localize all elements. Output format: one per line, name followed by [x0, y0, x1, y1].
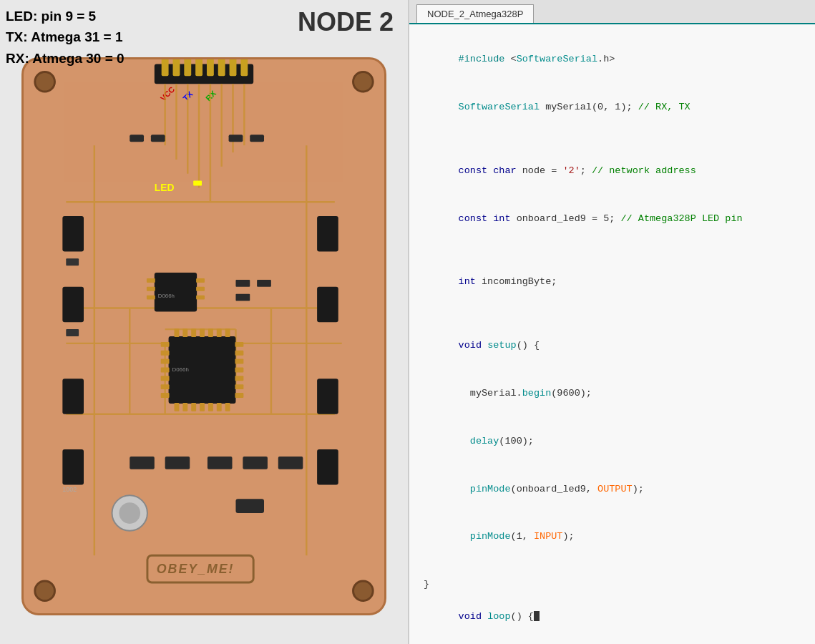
node-title: NODE 2 [298, 7, 394, 37]
code-line-11: delay(100); [424, 418, 801, 466]
svg-rect-7 [230, 59, 237, 76]
code-line-14 [424, 561, 801, 577]
svg-rect-0 [155, 64, 253, 84]
code-line-16: void loop() { [424, 592, 801, 640]
svg-rect-5 [207, 59, 214, 76]
code-line-8 [424, 306, 801, 322]
right-panel: NODE_2_Atmega328P #include <SoftwareSeri… [408, 0, 815, 644]
svg-rect-63 [235, 359, 243, 364]
svg-point-15 [353, 581, 374, 601]
svg-rect-88 [196, 296, 205, 300]
svg-rect-57 [161, 367, 170, 372]
svg-rect-67 [235, 393, 243, 398]
code-line-5: const int onboard_led9 = 5; // Atmega328… [424, 195, 801, 243]
svg-rect-83 [147, 278, 155, 283]
code-line-1: #include <SoftwareSerial.h> [424, 36, 801, 84]
code-line-9: void setup() { [424, 322, 801, 370]
svg-rect-93 [165, 457, 190, 469]
svg-text:LED: LED [155, 182, 175, 193]
svg-rect-64 [235, 367, 243, 372]
code-line-15: } [424, 577, 801, 592]
svg-rect-56 [161, 359, 170, 364]
svg-rect-84 [147, 287, 155, 291]
svg-rect-51 [66, 258, 79, 265]
svg-rect-6 [218, 59, 225, 76]
svg-text:OBEY_ME!: OBEY_ME! [157, 562, 235, 576]
svg-rect-54 [161, 342, 170, 347]
svg-rect-37 [193, 181, 202, 186]
svg-text:1002: 1002 [62, 486, 77, 493]
svg-rect-41 [229, 135, 243, 142]
svg-rect-50 [317, 449, 338, 484]
svg-rect-2 [173, 59, 180, 76]
svg-rect-92 [130, 457, 155, 469]
code-line-4: const char node = '2'; // network addres… [424, 147, 801, 195]
code-line-3 [424, 132, 801, 147]
svg-rect-75 [174, 403, 179, 411]
svg-rect-1 [162, 59, 169, 76]
code-line-12: pinMode(onboard_led9, OUTPUT); [424, 465, 801, 513]
svg-rect-8 [240, 59, 248, 76]
svg-rect-43 [62, 216, 84, 251]
svg-rect-81 [225, 403, 230, 411]
svg-rect-96 [278, 457, 303, 469]
svg-rect-40 [151, 135, 165, 142]
svg-rect-95 [243, 457, 268, 469]
svg-rect-78 [200, 403, 205, 411]
code-area[interactable]: #include <SoftwareSerial.h> SoftwareSeri… [409, 24, 815, 644]
pcb-board: VCC TX RX [21, 57, 386, 615]
svg-rect-73 [217, 328, 222, 337]
code-line-2: SoftwareSerial mySerial(0, 1); // RX, TX [424, 84, 801, 132]
code-line-10: mySerial.begin(9600); [424, 370, 801, 418]
svg-rect-85 [147, 296, 155, 300]
svg-point-12 [35, 72, 55, 92]
code-line-17 [424, 640, 801, 644]
svg-rect-90 [257, 280, 271, 287]
svg-rect-99 [235, 499, 264, 513]
tab-bar: NODE_2_Atmega328P [409, 0, 815, 24]
left-panel: LED: pin 9 = 5 TX: Atmega 31 = 1 RX: Atm… [0, 0, 408, 644]
svg-rect-79 [208, 403, 213, 411]
svg-rect-4 [195, 59, 202, 76]
svg-rect-60 [161, 393, 170, 398]
svg-rect-59 [161, 384, 170, 389]
svg-rect-86 [196, 278, 205, 283]
svg-rect-72 [208, 328, 213, 337]
svg-rect-42 [250, 135, 264, 142]
svg-rect-87 [196, 287, 205, 291]
svg-rect-48 [317, 287, 338, 322]
svg-rect-62 [235, 351, 243, 356]
svg-rect-80 [217, 403, 222, 411]
code-line-13: pinMode(1, INPUT); [424, 513, 801, 561]
svg-rect-3 [184, 59, 191, 76]
svg-rect-68 [174, 328, 179, 337]
code-line-6 [424, 243, 801, 258]
svg-rect-49 [317, 379, 338, 414]
svg-rect-70 [191, 328, 196, 337]
svg-point-13 [353, 72, 374, 92]
svg-rect-61 [235, 342, 243, 347]
svg-rect-65 [235, 376, 243, 381]
svg-point-98 [119, 502, 140, 524]
svg-rect-58 [161, 376, 170, 381]
code-line-7: int incomingByte; [424, 258, 801, 306]
svg-rect-77 [191, 403, 196, 411]
svg-rect-39 [130, 135, 144, 142]
svg-rect-91 [235, 294, 250, 301]
svg-text:D066h: D066h [158, 293, 175, 299]
svg-point-14 [35, 581, 55, 601]
svg-rect-47 [317, 216, 338, 251]
svg-rect-69 [182, 328, 187, 337]
svg-rect-44 [62, 287, 84, 322]
svg-rect-74 [225, 328, 230, 337]
svg-rect-45 [62, 379, 84, 414]
svg-rect-66 [235, 384, 243, 389]
svg-rect-76 [182, 403, 187, 411]
svg-rect-52 [66, 329, 79, 336]
svg-rect-89 [235, 280, 250, 287]
led-pin-label: LED: pin 9 = 5 TX: Atmega 31 = 1 RX: Atm… [6, 6, 125, 69]
svg-rect-46 [62, 449, 84, 484]
file-tab[interactable]: NODE_2_Atmega328P [416, 4, 534, 23]
svg-rect-94 [208, 457, 233, 469]
svg-rect-71 [200, 328, 205, 337]
